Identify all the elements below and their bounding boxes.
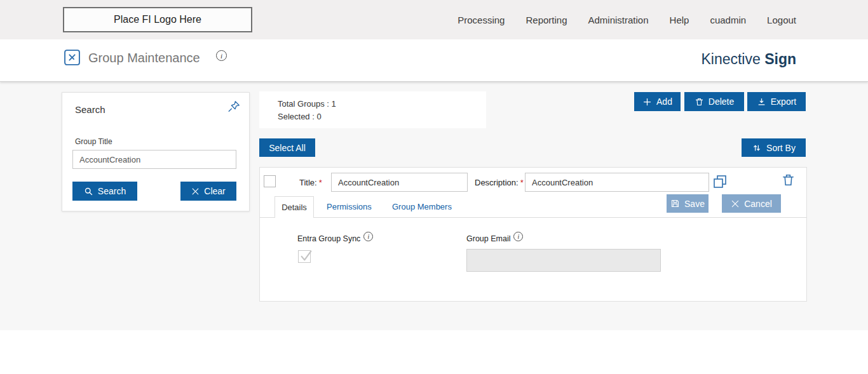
add-button[interactable]: Add	[634, 92, 681, 111]
top-bar: Place FI Logo Here Processing Reporting …	[0, 0, 868, 39]
sort-by-icon	[752, 143, 762, 153]
add-icon	[642, 97, 652, 107]
description-label: Description:*	[475, 178, 524, 187]
group-title-input[interactable]	[72, 150, 236, 169]
save-icon	[670, 199, 680, 208]
tabs-underline	[260, 217, 806, 218]
nav-user-cuadmin[interactable]: cuadmin	[710, 15, 746, 25]
group-email-label: Group Email i	[466, 234, 523, 243]
nav-help[interactable]: Help	[670, 15, 689, 25]
clear-icon	[191, 187, 200, 196]
entra-group-sync-info-icon[interactable]: i	[363, 232, 373, 241]
tab-group-members-label: Group Members	[392, 202, 452, 211]
delete-button[interactable]: Delete	[684, 92, 744, 111]
search-icon	[84, 187, 93, 196]
subheader: Group Maintenance i Kinective Sign	[0, 39, 868, 82]
description-input[interactable]	[525, 173, 709, 192]
fi-logo-placeholder: Place FI Logo Here	[63, 7, 252, 32]
delete-icon	[695, 97, 704, 107]
page-info-icon[interactable]: i	[216, 50, 227, 61]
search-panel-title: Search	[75, 104, 105, 115]
export-icon	[757, 97, 766, 107]
delete-button-label: Delete	[709, 97, 734, 107]
group-card: Title:* Description:* Details Permission…	[259, 167, 807, 302]
add-button-label: Add	[656, 97, 672, 107]
entra-check-icon	[299, 249, 313, 263]
search-button[interactable]: Search	[72, 182, 137, 201]
title-required-mark: *	[319, 178, 322, 187]
nav-processing[interactable]: Processing	[458, 15, 505, 25]
search-button-label: Search	[98, 186, 126, 196]
title-label-text: Title:	[299, 178, 317, 187]
tab-permissions[interactable]: Permissions	[327, 196, 372, 217]
sort-by-button[interactable]: Sort By	[742, 138, 806, 157]
entra-group-sync-checkbox[interactable]	[298, 250, 311, 263]
tab-details[interactable]: Details	[275, 196, 314, 218]
group-maintenance-icon	[64, 49, 81, 66]
cancel-button[interactable]: Cancel	[722, 194, 781, 213]
total-groups-count: Total Groups : 1	[278, 99, 486, 109]
group-title-label: Group Title	[75, 137, 112, 146]
cancel-icon	[731, 199, 740, 208]
title-input[interactable]	[331, 173, 468, 192]
cancel-button-label: Cancel	[744, 199, 772, 209]
nav-logout[interactable]: Logout	[767, 15, 796, 25]
selected-count: Selected : 0	[278, 112, 486, 121]
description-label-text: Description:	[475, 178, 519, 187]
export-button-label: Export	[771, 97, 796, 107]
select-all-button-label: Select All	[269, 143, 306, 153]
tab-details-label: Details	[281, 203, 307, 212]
brand-logo: Kinective Sign	[701, 51, 796, 68]
group-email-label-text: Group Email	[466, 234, 510, 243]
row-checkbox[interactable]	[264, 175, 276, 187]
save-button-label: Save	[684, 199, 705, 209]
tab-group-members[interactable]: Group Members	[392, 196, 452, 217]
export-button[interactable]: Export	[747, 92, 806, 111]
entra-group-sync-label: Entra Group Sync i	[297, 234, 373, 243]
row-delete-icon[interactable]	[781, 173, 796, 189]
top-nav: Processing Reporting Administration Help…	[458, 0, 796, 39]
page: Place FI Logo Here Processing Reporting …	[0, 0, 868, 374]
group-email-info-icon[interactable]: i	[513, 232, 523, 241]
brand-first: Kinective	[701, 51, 760, 67]
sort-by-button-label: Sort By	[766, 143, 796, 153]
nav-reporting[interactable]: Reporting	[526, 15, 567, 25]
clear-button-label: Clear	[204, 186, 225, 196]
description-required-mark: *	[520, 178, 524, 187]
pin-icon[interactable]	[227, 100, 241, 116]
page-title: Group Maintenance	[88, 51, 200, 65]
entra-group-sync-label-text: Entra Group Sync	[297, 234, 360, 243]
save-button[interactable]: Save	[667, 194, 709, 213]
clear-button[interactable]: Clear	[180, 182, 236, 201]
select-all-button[interactable]: Select All	[259, 138, 315, 157]
nav-administration[interactable]: Administration	[588, 15, 649, 25]
fi-logo-text: Place FI Logo Here	[114, 14, 201, 25]
search-panel: Search Group Title Search Clear	[62, 92, 250, 211]
tab-permissions-label: Permissions	[327, 202, 372, 211]
brand-second: Sign	[764, 51, 796, 67]
summary-panel: Total Groups : 1 Selected : 0	[259, 91, 486, 128]
copy-icon[interactable]	[712, 174, 728, 191]
group-email-input	[466, 249, 661, 272]
title-label: Title:*	[299, 178, 322, 187]
